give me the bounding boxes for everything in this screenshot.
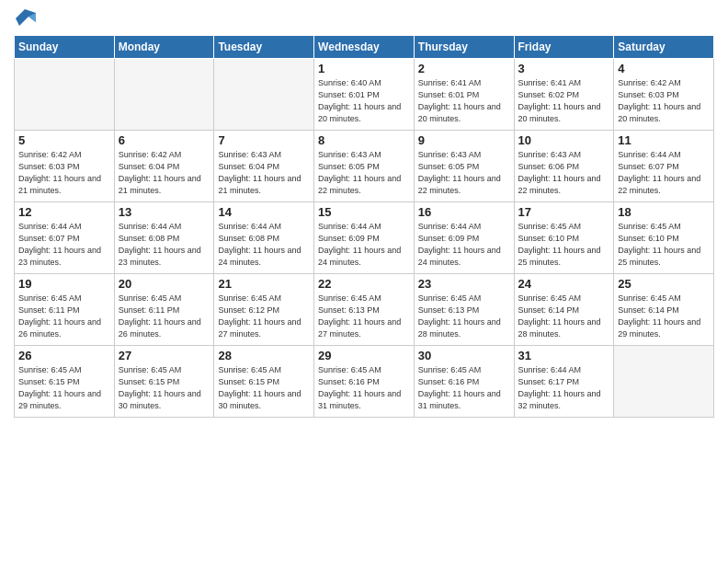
calendar-cell: 25Sunrise: 6:45 AM Sunset: 6:14 PM Dayli… xyxy=(614,274,714,346)
day-number: 4 xyxy=(618,62,710,75)
calendar-cell: 28Sunrise: 6:45 AM Sunset: 6:15 PM Dayli… xyxy=(214,346,314,418)
calendar-cell: 30Sunrise: 6:45 AM Sunset: 6:16 PM Dayli… xyxy=(414,346,514,418)
day-info: Sunrise: 6:44 AM Sunset: 6:09 PM Dayligh… xyxy=(318,221,410,269)
day-number: 28 xyxy=(218,349,310,362)
day-number: 13 xyxy=(119,205,210,219)
day-info: Sunrise: 6:42 AM Sunset: 6:04 PM Dayligh… xyxy=(119,149,210,197)
day-info: Sunrise: 6:45 AM Sunset: 6:13 PM Dayligh… xyxy=(418,293,510,340)
calendar-cell: 19Sunrise: 6:45 AM Sunset: 6:11 PM Dayli… xyxy=(15,274,115,346)
calendar-cell: 2Sunrise: 6:41 AM Sunset: 6:01 PM Daylig… xyxy=(414,59,514,131)
day-info: Sunrise: 6:44 AM Sunset: 6:07 PM Dayligh… xyxy=(618,149,710,197)
calendar-cell: 21Sunrise: 6:45 AM Sunset: 6:12 PM Dayli… xyxy=(214,274,314,346)
logo-icon xyxy=(16,9,36,29)
day-number: 7 xyxy=(218,133,310,147)
calendar-cell: 17Sunrise: 6:45 AM Sunset: 6:10 PM Dayli… xyxy=(514,202,614,274)
day-info: Sunrise: 6:45 AM Sunset: 6:10 PM Dayligh… xyxy=(518,221,610,269)
day-number: 20 xyxy=(119,277,210,291)
calendar-cell: 26Sunrise: 6:45 AM Sunset: 6:15 PM Dayli… xyxy=(15,346,115,418)
calendar-cell: 14Sunrise: 6:44 AM Sunset: 6:08 PM Dayli… xyxy=(214,202,314,274)
day-number: 29 xyxy=(318,349,410,362)
calendar-cell: 16Sunrise: 6:44 AM Sunset: 6:09 PM Dayli… xyxy=(414,202,514,274)
calendar-table: SundayMondayTuesdayWednesdayThursdayFrid… xyxy=(14,35,714,418)
calendar-cell: 10Sunrise: 6:43 AM Sunset: 6:06 PM Dayli… xyxy=(514,131,614,202)
day-number: 22 xyxy=(318,277,410,291)
day-number: 5 xyxy=(18,133,110,147)
calendar-cell: 12Sunrise: 6:44 AM Sunset: 6:07 PM Dayli… xyxy=(15,202,115,274)
week-row-1: 1Sunrise: 6:40 AM Sunset: 6:01 PM Daylig… xyxy=(15,59,714,131)
calendar-header-row: SundayMondayTuesdayWednesdayThursdayFrid… xyxy=(15,36,714,59)
weekday-header-monday: Monday xyxy=(114,36,214,59)
week-row-2: 5Sunrise: 6:42 AM Sunset: 6:03 PM Daylig… xyxy=(15,131,714,202)
day-info: Sunrise: 6:44 AM Sunset: 6:08 PM Dayligh… xyxy=(119,221,210,269)
calendar-cell: 1Sunrise: 6:40 AM Sunset: 6:01 PM Daylig… xyxy=(314,59,415,131)
day-info: Sunrise: 6:44 AM Sunset: 6:07 PM Dayligh… xyxy=(18,221,110,269)
day-number: 15 xyxy=(318,205,410,219)
day-number: 12 xyxy=(18,205,110,219)
weekday-header-thursday: Thursday xyxy=(414,36,514,59)
calendar-cell: 11Sunrise: 6:44 AM Sunset: 6:07 PM Dayli… xyxy=(614,131,714,202)
day-number: 2 xyxy=(418,62,510,75)
calendar-cell xyxy=(114,59,214,131)
day-number: 25 xyxy=(618,277,710,291)
day-number: 14 xyxy=(218,205,310,219)
calendar-cell xyxy=(214,59,314,131)
calendar-cell: 31Sunrise: 6:44 AM Sunset: 6:17 PM Dayli… xyxy=(514,346,614,418)
logo xyxy=(14,9,36,29)
day-number: 23 xyxy=(418,277,510,291)
day-number: 21 xyxy=(218,277,310,291)
header xyxy=(14,9,714,29)
calendar-body: 1Sunrise: 6:40 AM Sunset: 6:01 PM Daylig… xyxy=(15,59,714,418)
weekday-header-sunday: Sunday xyxy=(15,36,115,59)
day-info: Sunrise: 6:43 AM Sunset: 6:05 PM Dayligh… xyxy=(318,149,410,197)
calendar-cell: 27Sunrise: 6:45 AM Sunset: 6:15 PM Dayli… xyxy=(114,346,214,418)
week-row-5: 26Sunrise: 6:45 AM Sunset: 6:15 PM Dayli… xyxy=(15,346,714,418)
calendar-cell: 3Sunrise: 6:41 AM Sunset: 6:02 PM Daylig… xyxy=(514,59,614,131)
day-info: Sunrise: 6:41 AM Sunset: 6:02 PM Dayligh… xyxy=(518,77,610,125)
calendar-cell: 23Sunrise: 6:45 AM Sunset: 6:13 PM Dayli… xyxy=(414,274,514,346)
day-number: 9 xyxy=(418,133,510,147)
calendar-cell: 7Sunrise: 6:43 AM Sunset: 6:04 PM Daylig… xyxy=(214,131,314,202)
week-row-4: 19Sunrise: 6:45 AM Sunset: 6:11 PM Dayli… xyxy=(15,274,714,346)
calendar-cell: 13Sunrise: 6:44 AM Sunset: 6:08 PM Dayli… xyxy=(114,202,214,274)
weekday-header-wednesday: Wednesday xyxy=(314,36,415,59)
day-info: Sunrise: 6:44 AM Sunset: 6:17 PM Dayligh… xyxy=(518,364,610,412)
day-number: 3 xyxy=(518,62,610,75)
day-info: Sunrise: 6:41 AM Sunset: 6:01 PM Dayligh… xyxy=(418,77,510,125)
day-info: Sunrise: 6:45 AM Sunset: 6:11 PM Dayligh… xyxy=(18,293,110,340)
day-number: 10 xyxy=(518,133,610,147)
day-info: Sunrise: 6:45 AM Sunset: 6:15 PM Dayligh… xyxy=(18,364,110,412)
day-number: 19 xyxy=(18,277,110,291)
calendar-cell xyxy=(614,346,714,418)
day-info: Sunrise: 6:42 AM Sunset: 6:03 PM Dayligh… xyxy=(18,149,110,197)
day-info: Sunrise: 6:45 AM Sunset: 6:15 PM Dayligh… xyxy=(119,364,210,412)
calendar-cell: 15Sunrise: 6:44 AM Sunset: 6:09 PM Dayli… xyxy=(314,202,415,274)
calendar-cell: 4Sunrise: 6:42 AM Sunset: 6:03 PM Daylig… xyxy=(614,59,714,131)
weekday-header-tuesday: Tuesday xyxy=(214,36,314,59)
day-info: Sunrise: 6:45 AM Sunset: 6:16 PM Dayligh… xyxy=(318,364,410,412)
page: SundayMondayTuesdayWednesdayThursdayFrid… xyxy=(0,0,728,563)
day-number: 18 xyxy=(618,205,710,219)
day-info: Sunrise: 6:40 AM Sunset: 6:01 PM Dayligh… xyxy=(318,77,410,125)
day-number: 6 xyxy=(119,133,210,147)
day-number: 11 xyxy=(618,133,710,147)
calendar-cell: 29Sunrise: 6:45 AM Sunset: 6:16 PM Dayli… xyxy=(314,346,415,418)
calendar-cell: 8Sunrise: 6:43 AM Sunset: 6:05 PM Daylig… xyxy=(314,131,415,202)
day-info: Sunrise: 6:45 AM Sunset: 6:14 PM Dayligh… xyxy=(518,293,610,340)
day-info: Sunrise: 6:45 AM Sunset: 6:12 PM Dayligh… xyxy=(218,293,310,340)
day-info: Sunrise: 6:44 AM Sunset: 6:08 PM Dayligh… xyxy=(218,221,310,269)
calendar-cell xyxy=(15,59,115,131)
day-number: 30 xyxy=(418,349,510,362)
day-number: 26 xyxy=(18,349,110,362)
day-number: 8 xyxy=(318,133,410,147)
calendar-cell: 18Sunrise: 6:45 AM Sunset: 6:10 PM Dayli… xyxy=(614,202,714,274)
day-info: Sunrise: 6:45 AM Sunset: 6:16 PM Dayligh… xyxy=(418,364,510,412)
calendar-cell: 6Sunrise: 6:42 AM Sunset: 6:04 PM Daylig… xyxy=(114,131,214,202)
day-info: Sunrise: 6:45 AM Sunset: 6:11 PM Dayligh… xyxy=(119,293,210,340)
day-number: 1 xyxy=(318,62,410,75)
day-number: 16 xyxy=(418,205,510,219)
calendar-cell: 22Sunrise: 6:45 AM Sunset: 6:13 PM Dayli… xyxy=(314,274,415,346)
day-number: 27 xyxy=(119,349,210,362)
day-info: Sunrise: 6:45 AM Sunset: 6:10 PM Dayligh… xyxy=(618,221,710,269)
calendar-cell: 20Sunrise: 6:45 AM Sunset: 6:11 PM Dayli… xyxy=(114,274,214,346)
day-number: 31 xyxy=(518,349,610,362)
